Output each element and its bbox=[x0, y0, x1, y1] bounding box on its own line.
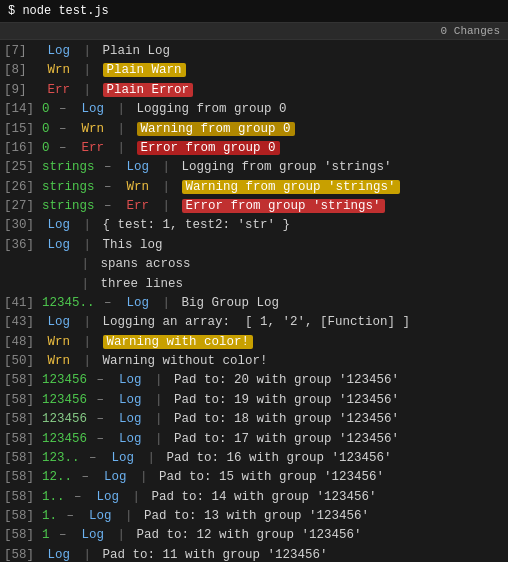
log-line: [50]Wrn | Warning without color! bbox=[0, 352, 508, 371]
line-number: [27] bbox=[4, 197, 42, 216]
log-level: Log bbox=[42, 42, 70, 61]
log-level: Log bbox=[76, 100, 104, 119]
line-number: [58] bbox=[4, 507, 42, 526]
dash: – bbox=[82, 449, 105, 468]
log-message: { test: 1, test2: 'str' } bbox=[103, 216, 291, 235]
log-message: Logging from group 0 bbox=[137, 100, 287, 119]
dash: – bbox=[52, 120, 75, 139]
log-line: [15]0 – Wrn | Warning from group 0 bbox=[0, 120, 508, 139]
log-message: Error from group 0 bbox=[137, 139, 280, 158]
dash: – bbox=[89, 430, 112, 449]
log-level: Err bbox=[76, 139, 104, 158]
dash: – bbox=[52, 526, 75, 545]
log-container: [7]Log | Plain Log[8]Wrn | Plain Warn[9]… bbox=[0, 40, 508, 562]
group-name: 0 bbox=[42, 139, 50, 158]
line-number: [25] bbox=[4, 158, 42, 177]
pipe-separator: | bbox=[148, 430, 171, 449]
line-number: [58] bbox=[4, 449, 42, 468]
line-number: [36] bbox=[4, 236, 42, 255]
log-level: Log bbox=[114, 430, 142, 449]
line-number: [26] bbox=[4, 178, 42, 197]
header-changes: 0 Changes bbox=[441, 25, 500, 37]
log-message: Logging from group 'strings' bbox=[182, 158, 392, 177]
pipe-separator: | bbox=[155, 294, 178, 313]
dash: – bbox=[97, 178, 120, 197]
pipe-separator: | bbox=[133, 468, 156, 487]
line-number: [48] bbox=[4, 333, 42, 352]
log-level: Wrn bbox=[76, 120, 104, 139]
log-line: [7]Log | Plain Log bbox=[0, 42, 508, 61]
log-level: Log bbox=[114, 371, 142, 390]
dash: – bbox=[67, 488, 90, 507]
log-line: [36]Log | This log bbox=[0, 236, 508, 255]
log-message: Warning from group 0 bbox=[137, 120, 295, 139]
log-message: three lines bbox=[101, 275, 184, 294]
group-name: 123.. bbox=[42, 449, 80, 468]
pipe-separator: | bbox=[76, 216, 99, 235]
pipe-separator: | bbox=[76, 352, 99, 371]
log-line: [58]1 – Log | Pad to: 12 with group '123… bbox=[0, 526, 508, 545]
log-line: [25]strings – Log | Logging from group '… bbox=[0, 158, 508, 177]
pipe-separator: | bbox=[110, 120, 133, 139]
log-level: Log bbox=[121, 294, 149, 313]
group-name: 123456 bbox=[42, 410, 87, 429]
log-line: [27]strings – Err | Error from group 'st… bbox=[0, 197, 508, 216]
log-level: Log bbox=[114, 410, 142, 429]
log-line: [41]12345.. – Log | Big Group Log bbox=[0, 294, 508, 313]
line-number: [41] bbox=[4, 294, 42, 313]
line-number: [58] bbox=[4, 526, 42, 545]
title-command: $ node test.js bbox=[8, 4, 109, 18]
log-line: [30]Log | { test: 1, test2: 'str' } bbox=[0, 216, 508, 235]
pipe-separator: | bbox=[76, 333, 99, 352]
pipe-separator: | bbox=[76, 236, 99, 255]
log-line: [26]strings – Wrn | Warning from group '… bbox=[0, 178, 508, 197]
log-level: Err bbox=[121, 197, 149, 216]
log-message: Warning with color! bbox=[103, 333, 254, 352]
terminal: $ node test.js 0 Changes [7]Log | Plain … bbox=[0, 0, 508, 562]
pipe-separator: | bbox=[76, 61, 99, 80]
log-level: Log bbox=[114, 391, 142, 410]
log-message: Plain Error bbox=[103, 81, 194, 100]
log-level: Log bbox=[42, 313, 70, 332]
log-message: Big Group Log bbox=[182, 294, 280, 313]
log-level: Log bbox=[84, 507, 112, 526]
dash: – bbox=[97, 158, 120, 177]
log-level: Log bbox=[42, 236, 70, 255]
pipe-separator: | bbox=[74, 275, 97, 294]
line-number: [7] bbox=[4, 42, 42, 61]
pipe-separator: | bbox=[155, 197, 178, 216]
log-line: [58]123456 – Log | Pad to: 19 with group… bbox=[0, 391, 508, 410]
line-number: [58] bbox=[4, 371, 42, 390]
title-bar: $ node test.js bbox=[0, 0, 508, 23]
group-name: 123456 bbox=[42, 391, 87, 410]
group-name: 123456 bbox=[42, 430, 87, 449]
log-level: Log bbox=[99, 468, 127, 487]
pipe-separator: | bbox=[118, 507, 141, 526]
dash: – bbox=[52, 139, 75, 158]
line-number: [58] bbox=[4, 488, 42, 507]
log-level: Wrn bbox=[42, 352, 70, 371]
log-line: [58]12.. – Log | Pad to: 15 with group '… bbox=[0, 468, 508, 487]
log-message: Pad to: 14 with group '123456' bbox=[152, 488, 377, 507]
dash: – bbox=[97, 197, 120, 216]
dash: – bbox=[52, 100, 75, 119]
log-message: Warning from group 'strings' bbox=[182, 178, 400, 197]
log-line: [48]Wrn | Warning with color! bbox=[0, 333, 508, 352]
log-line: [58]1. – Log | Pad to: 13 with group '12… bbox=[0, 507, 508, 526]
line-number: [58] bbox=[4, 391, 42, 410]
line-number: [9] bbox=[4, 81, 42, 100]
line-number: [58] bbox=[4, 468, 42, 487]
log-line: [58]123.. – Log | Pad to: 16 with group … bbox=[0, 449, 508, 468]
group-name: 0 bbox=[42, 120, 50, 139]
pipe-separator: | bbox=[76, 81, 99, 100]
log-message: Pad to: 19 with group '123456' bbox=[174, 391, 399, 410]
pipe-separator: | bbox=[110, 526, 133, 545]
log-message: Pad to: 18 with group '123456' bbox=[174, 410, 399, 429]
log-line: [58]1.. – Log | Pad to: 14 with group '1… bbox=[0, 488, 508, 507]
dash: – bbox=[74, 468, 97, 487]
pipe-separator: | bbox=[140, 449, 163, 468]
dash: – bbox=[97, 294, 120, 313]
log-line: [9]Err | Plain Error bbox=[0, 81, 508, 100]
log-level: Wrn bbox=[42, 61, 70, 80]
log-line: | three lines bbox=[0, 275, 508, 294]
